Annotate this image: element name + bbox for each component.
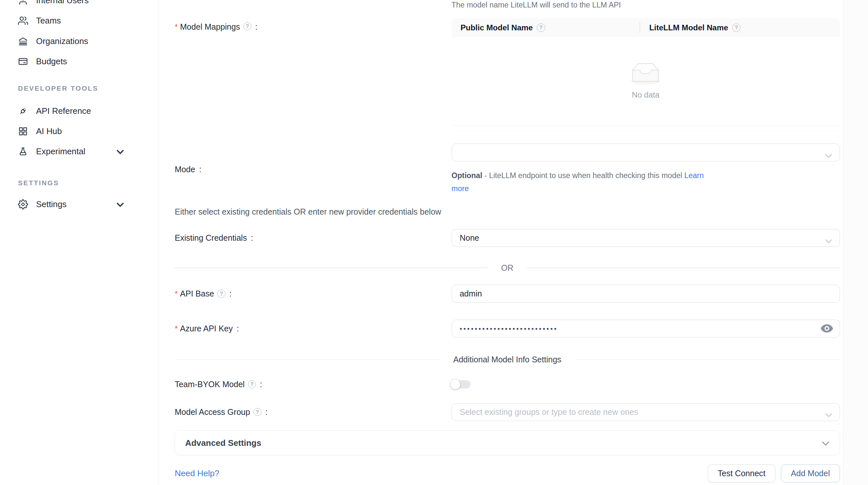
form-row-api-base: API Base [175, 285, 840, 303]
mode-select[interactable] [452, 143, 840, 161]
form-row-model-mappings: Model Mappings Public Model Name LiteL [175, 18, 840, 131]
add-model-button[interactable]: Add Model [781, 464, 840, 482]
advanced-settings-panel[interactable]: Advanced Settings [175, 430, 840, 455]
sidebar-item-ai-hub[interactable]: AI Hub [18, 121, 159, 141]
gear-icon [18, 199, 28, 209]
sidebar-item-organizations[interactable]: Organizations [18, 31, 159, 51]
chevron-down-icon [825, 236, 832, 246]
litellm-model-name-hint: The model name LiteLLM will send to the … [452, 0, 840, 9]
sidebar-item-experimental[interactable]: Experimental [18, 141, 159, 161]
required-asterisk [175, 289, 180, 298]
bank-icon [18, 36, 28, 46]
chevron-down-icon [117, 147, 124, 156]
azure-api-key-label: Azure API Key [175, 320, 451, 337]
main-content: The model name LiteLLM will send to the … [159, 0, 868, 485]
need-help-link[interactable]: Need Help? [175, 469, 219, 478]
form-row-team-byok: Team-BYOK Model [175, 376, 840, 393]
user-icon [18, 0, 28, 5]
sidebar-item-settings[interactable]: Settings [18, 194, 159, 214]
or-divider: OR [175, 263, 840, 273]
mode-label: Mode [175, 143, 451, 195]
test-connect-button[interactable]: Test Connect [708, 464, 775, 482]
sidebar-item-label: API Reference [36, 106, 91, 116]
column-header-public-model-name: Public Model Name [452, 23, 640, 32]
required-asterisk [175, 22, 180, 32]
grid-icon [18, 126, 28, 136]
model-mappings-table: Public Model Name LiteLLM Model Name [452, 18, 840, 131]
chevron-down-icon [825, 150, 832, 160]
question-circle-icon[interactable] [732, 24, 741, 32]
sidebar-item-label: Settings [36, 200, 67, 209]
table-empty-state: No data [452, 37, 840, 125]
sidebar: Internal Users Teams Organizations Budge… [0, 0, 159, 485]
sidebar-item-budgets[interactable]: Budgets [18, 51, 159, 71]
chevron-down-icon [825, 410, 832, 419]
credit-card-icon [18, 57, 28, 67]
mode-help-text: Optional - LiteLLM endpoint to use when … [452, 169, 718, 195]
chevron-down-icon [822, 438, 829, 448]
api-base-input[interactable] [452, 285, 840, 303]
question-circle-icon[interactable] [537, 24, 545, 32]
sidebar-item-label: Experimental [36, 147, 86, 156]
toggle-knob [450, 379, 460, 389]
form-row-azure-api-key: Azure API Key [175, 320, 840, 337]
chevron-down-icon [117, 200, 124, 209]
existing-credentials-label: Existing Credentials [175, 229, 451, 247]
sidebar-item-label: Organizations [36, 36, 88, 46]
team-icon [18, 15, 28, 26]
sidebar-item-api-reference[interactable]: API Reference [18, 101, 159, 121]
team-byok-toggle[interactable] [452, 380, 471, 388]
additional-settings-divider: Additional Model Info Settings [175, 355, 840, 365]
sidebar-item-label: AI Hub [36, 127, 62, 136]
form-row-model-access-group: Model Access Group Select existing group… [175, 403, 840, 421]
divider-line [575, 359, 840, 360]
table-header: Public Model Name LiteLLM Model Name [452, 18, 840, 37]
model-access-group-select[interactable]: Select existing groups or type to create… [452, 403, 840, 421]
no-data-text: No data [632, 90, 659, 99]
question-circle-icon[interactable] [217, 290, 225, 297]
column-header-litellm-model-name: LiteLLM Model Name [640, 23, 749, 32]
question-circle-icon[interactable] [243, 22, 251, 30]
empty-box-icon [627, 63, 664, 86]
form-row-mode: Mode Optional - LiteLLM endpoint to use … [175, 143, 840, 195]
flask-icon [18, 147, 28, 157]
sidebar-item-teams[interactable]: Teams [18, 11, 159, 31]
question-circle-icon[interactable] [248, 380, 256, 388]
sidebar-item-label: Internal Users [36, 0, 89, 5]
sidebar-item-internal-users[interactable]: Internal Users [18, 0, 159, 11]
divider-line [527, 267, 840, 268]
existing-credentials-select[interactable]: None [452, 229, 840, 247]
plug-icon [18, 106, 28, 116]
azure-api-key-input[interactable] [452, 320, 840, 337]
form-footer: Need Help? Test Connect Add Model [175, 464, 840, 482]
sidebar-section-settings: SETTINGS [18, 179, 159, 187]
table-footer-divider [452, 126, 840, 131]
page-right-gutter [843, 0, 868, 485]
model-mappings-label: Model Mappings [175, 18, 451, 131]
credentials-note: Either select existing credentials OR en… [175, 207, 840, 217]
divider-line [175, 267, 488, 268]
app-window: Internal Users Teams Organizations Budge… [0, 0, 868, 485]
team-byok-label: Team-BYOK Model [175, 376, 451, 393]
divider-line [175, 359, 439, 360]
sidebar-item-label: Budgets [36, 57, 67, 66]
required-asterisk [175, 324, 180, 333]
eye-icon[interactable] [821, 324, 833, 335]
api-base-label: API Base [175, 285, 451, 303]
sidebar-section-developer-tools: DEVELOPER TOOLS [18, 85, 159, 92]
question-circle-icon[interactable] [253, 408, 261, 416]
form-row-existing-credentials: Existing Credentials None [175, 229, 840, 247]
sidebar-item-label: Teams [36, 16, 61, 26]
model-access-group-label: Model Access Group [175, 403, 451, 421]
